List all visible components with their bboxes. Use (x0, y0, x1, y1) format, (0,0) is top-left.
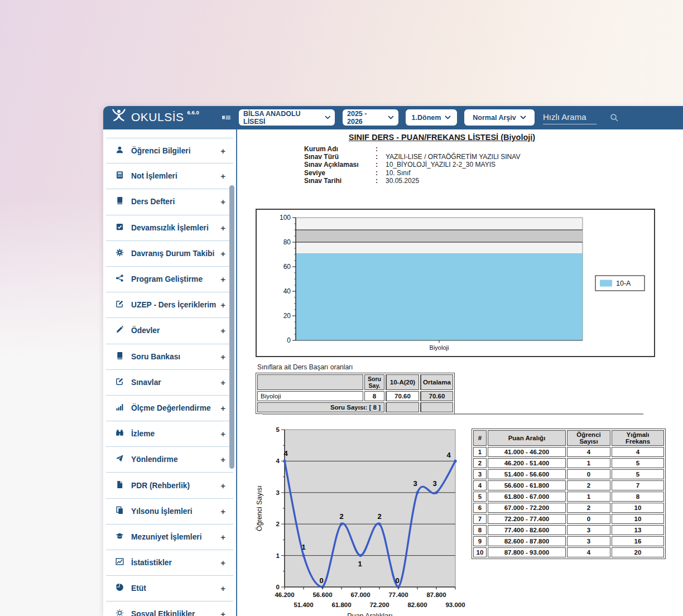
freq-table-cell: 20 (612, 547, 664, 557)
expand-plus-icon[interactable]: + (220, 558, 225, 567)
expand-plus-icon[interactable]: + (220, 326, 225, 335)
sidebar-item-label: UZEP - Ders İçeriklerim (131, 301, 216, 309)
sidebar-item-label: Etüt (131, 584, 146, 593)
sidebar-item-davran-durum-takibi[interactable]: Davranış Durum Takibi+ (106, 241, 233, 267)
search-input[interactable] (543, 110, 597, 124)
expand-plus-icon[interactable]: + (220, 403, 225, 413)
freq-table-cell: 0 (567, 469, 610, 479)
checkbox-icon (116, 223, 124, 233)
freq-header-cell: Öğrenci Sayısı (567, 430, 610, 446)
sidebar-item-pdr-rehberlik-[interactable]: PDR (Rehberlik)+ (106, 473, 233, 498)
okulsis-logo[interactable]: OKULSİS 6.6.0 (110, 108, 199, 126)
sidebar-item-sosyal-etkinlikler[interactable]: Sosyal Etkinlikler+ (106, 601, 233, 616)
expand-plus-icon[interactable]: + (220, 609, 225, 616)
expand-plus-icon[interactable]: + (220, 532, 225, 542)
freq-table-cell: 1 (473, 447, 487, 457)
archive-select-value: Normal Arşiv (473, 114, 516, 122)
search-icon[interactable] (610, 113, 619, 122)
info-label: Seviye (304, 169, 376, 177)
freq-table-cell: 72.200 - 77.400 (488, 514, 566, 524)
sidebar-item-label: Soru Bankası (131, 353, 180, 361)
freq-table-cell: 10 (612, 514, 664, 524)
sidebar-item-soru-bankas-[interactable]: Soru Bankası+ (106, 344, 233, 370)
chevron-down-icon (520, 116, 526, 119)
version-badge: 6.6.0 (187, 109, 199, 116)
line-x-axis-title: Puan Aralıkları (347, 612, 392, 616)
expand-plus-icon[interactable]: + (220, 507, 225, 516)
book-icon (116, 196, 124, 207)
freq-table-cell: 82.600 - 87.800 (488, 536, 566, 546)
sidebar-item-devams-zl-k-i-lemleri[interactable]: Devamsızlık İşlemleri+ (106, 215, 233, 241)
archive-select[interactable]: Normal Arşiv (464, 109, 535, 126)
menu-toggle-icon[interactable] (222, 113, 231, 122)
freq-table-row: 877.400 - 82.600313 (473, 525, 664, 535)
sidebar-item-not-i-lemleri[interactable]: Not İşlemleri+ (106, 163, 233, 189)
school-select[interactable]: BİLSA ANADOLU LİSESİ (239, 109, 335, 126)
expand-plus-icon[interactable]: + (220, 429, 225, 439)
freq-table-row: 246.200 - 51.40015 (473, 458, 664, 468)
expand-plus-icon[interactable]: + (220, 197, 225, 206)
sidebar-item-label: Öğrenci Bilgileri (131, 147, 191, 155)
graduation-cap-icon (116, 532, 124, 542)
expand-plus-icon[interactable]: + (220, 481, 225, 490)
line-chart-icon (116, 557, 124, 568)
info-separator: : (376, 145, 386, 153)
sidebar-item-label: Not İşlemleri (131, 172, 177, 180)
legend-swatch (600, 280, 612, 287)
sidebar-item-i-zleme[interactable]: İzleme+ (106, 421, 233, 447)
sidebar-item-label: PDR (Rehberlik) (131, 482, 190, 490)
freq-table-cell: 9 (473, 536, 487, 546)
sidebar-item-i-statistikler[interactable]: İstatistikler+ (106, 550, 233, 576)
sidebar-item--renci-bilgileri[interactable]: Öğrenci Bilgileri+ (106, 138, 233, 163)
expand-plus-icon[interactable]: + (220, 146, 225, 156)
sidebar-item-y-lsonu-i-lemleri[interactable]: Yılsonu İşlemleri+ (106, 499, 233, 524)
exam-info-block: Kurum Adı: Sınav Türü:YAZILI-LISE / ORTA… (304, 145, 520, 185)
expand-plus-icon[interactable]: + (220, 275, 225, 284)
sidebar-item-program-geli-tirme[interactable]: Program Geliştirme+ (106, 267, 233, 292)
freq-header-cell: # (473, 430, 487, 446)
sidebar-item-ders-defteri[interactable]: Ders Defteri+ (106, 189, 233, 215)
line-x-tick: 51.400 (294, 601, 313, 608)
bar-y-tick: 40 (283, 287, 291, 295)
expand-plus-icon[interactable]: + (220, 584, 225, 593)
expand-plus-icon[interactable]: + (220, 171, 225, 181)
sidebar-item--l-me-de-erlendirme[interactable]: Ölçme Değerlendirme+ (106, 396, 233, 421)
freq-table-row: 667.000 - 72.200210 (473, 503, 664, 513)
expand-plus-icon[interactable]: + (220, 455, 225, 464)
school-year-value: 2025 - 2026 (347, 110, 384, 126)
freq-table-cell: 2 (567, 503, 610, 513)
point-label: 2 (377, 512, 381, 521)
line-x-tick: 67.000 (350, 591, 370, 598)
highlight-band (296, 230, 583, 242)
sidebar-item-label: Davranış Durum Takibi (131, 249, 214, 258)
sidebar-item-mezuniyet-i-lemleri[interactable]: Mezuniyet İşlemleri+ (106, 524, 233, 550)
freq-table-cell: 1 (567, 458, 610, 468)
point-label: 0 (395, 576, 399, 585)
freq-table-cell: 8 (612, 492, 664, 502)
expand-plus-icon[interactable]: + (220, 300, 225, 310)
sidebar-item--devler[interactable]: Ödevler+ (106, 318, 233, 344)
expand-plus-icon[interactable]: + (220, 352, 225, 362)
freq-table-cell: 46.200 - 51.400 (488, 458, 566, 468)
success-rate-table: Soru Say. 10-A(20) Ortalama Biyoloji 8 7… (256, 373, 455, 414)
term-select[interactable]: 1.Dönem (406, 109, 457, 126)
expand-plus-icon[interactable]: + (220, 378, 225, 387)
freq-table-cell: 5 (612, 469, 664, 479)
school-year-select[interactable]: 2025 - 2026 (343, 109, 398, 126)
freq-table-row: 456.600 - 61.80027 (473, 480, 664, 490)
sidebar-scrollbar[interactable] (229, 185, 234, 469)
point-label: 3 (413, 479, 417, 488)
chevron-down-icon (388, 116, 394, 119)
point-label: 2 (339, 512, 343, 521)
sidebar-item-uzep-ders-i-eriklerim[interactable]: UZEP - Ders İçeriklerim+ (106, 292, 233, 318)
line-y-tick: 3 (276, 489, 280, 496)
page-title: SINIF DERS - PUAN/FREKANS LİSTESİ (Biyol… (238, 133, 646, 142)
sidebar-item-y-nlendirme[interactable]: Yönlendirme+ (106, 447, 233, 473)
sidebar-item-label: İstatistikler (131, 559, 172, 567)
expand-plus-icon[interactable]: + (220, 223, 225, 233)
sidebar-item-s-navlar[interactable]: Sınavlar+ (106, 370, 233, 396)
sidebar-item-et-t[interactable]: Etüt+ (106, 576, 233, 601)
freq-table-cell: 61.800 - 67.000 (488, 492, 566, 502)
expand-plus-icon[interactable]: + (220, 249, 225, 258)
pencil-icon (116, 325, 124, 336)
